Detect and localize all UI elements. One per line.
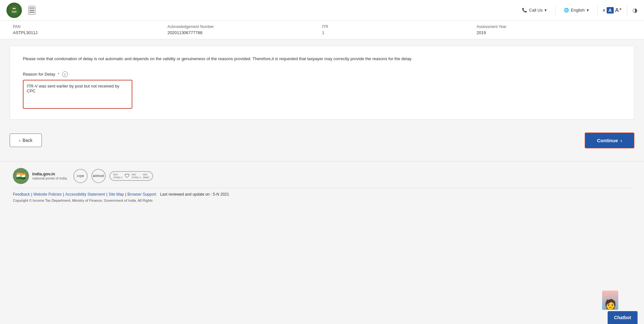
footer-gov-text: india.gov.in national portal of india [32,171,67,180]
chevron-down-icon: ▾ [545,8,547,13]
pan-label: PAN [13,24,167,29]
required-marker: * [58,72,59,77]
reason-label: Reason for Delay [23,72,55,77]
itr-label: ITR [322,24,477,29]
footer-logo: 🇮🇳 india.gov.in national portal of india [13,168,67,184]
website-policies-link[interactable]: Website Policies [33,192,62,197]
itr-value[interactable]: 1 [322,30,477,35]
nav-buttons: ‹ Back Continue › [0,126,644,155]
sitemap-link[interactable]: Site Map [109,192,124,197]
divider-2 [597,5,598,15]
pan-cell: PAN ASTPL3011J [13,24,167,35]
info-icon[interactable]: i [62,71,68,77]
font-medium-button[interactable]: A [607,7,614,14]
back-label: Back [23,138,33,143]
font-controls: A A A⁺ [603,7,622,14]
logo: 🇮🇳GOI [6,3,22,18]
header-left: 🇮🇳GOI ☰ [6,3,35,18]
reason-textarea[interactable] [23,80,132,109]
ack-cell: Acknowledgement Number 202011306777788 [167,24,322,35]
main-content: Please note that condonation of delay is… [10,46,634,120]
footer: 🇮🇳 india.gov.in national portal of india… [0,161,644,209]
globe-icon: 🌐 [564,8,569,13]
ay-label: Assessment Year [477,24,631,29]
footer-badges: CQW ∆ntrust ISO27001:1 🛡 ISO27001:1 ISOI… [73,169,153,183]
call-us-button[interactable]: 📞 Call Us ▾ [519,6,550,14]
back-button[interactable]: ‹ Back [10,134,42,147]
divider-1 [555,5,555,15]
header-right: 📞 Call Us ▾ 🌐 English ▾ A A A⁺ ◑ [519,5,638,15]
chevron-down-icon-lang: ▾ [587,8,589,13]
font-small-button[interactable]: A [603,8,605,12]
contrast-button[interactable]: ◑ [632,7,638,14]
itr-cell: ITR 1 [322,24,477,35]
back-icon: ‹ [19,138,21,143]
gov-logo-icon: 🇮🇳 [16,171,26,181]
pan-value: ASTPL3011J [13,30,167,35]
footer-top: 🇮🇳 india.gov.in national portal of india… [13,168,631,188]
divider-3 [627,5,627,15]
review-year: 2021 [221,192,229,197]
footer-gov-logo: 🇮🇳 [13,168,29,184]
feedback-link[interactable]: Feedback [13,192,30,197]
footer-links: Feedback | Website Policies | Accessibil… [13,192,631,197]
continue-icon: › [620,138,622,143]
continue-button[interactable]: Continue › [585,133,634,148]
ack-value: 202011306777788 [167,30,322,35]
phone-icon: 📞 [522,8,527,13]
copyright-text: Copyright © Income Tax Department, Minis… [13,199,631,202]
footer-bottom: Feedback | Website Policies | Accessibil… [13,192,631,202]
logo-inner: 🇮🇳GOI [12,7,17,13]
last-reviewed-text: Last reviewed and update on : 5-N [160,192,219,197]
header: 🇮🇳GOI ☰ 📞 Call Us ▾ 🌐 English ▾ A A A⁺ ◑ [0,0,644,21]
info-bar: PAN ASTPL3011J Acknowledgement Number 20… [0,21,644,39]
ay-value: 2019 [477,30,631,35]
iso-badge-1: ISO27001:1 🛡 ISO27001:1 ISOISMS [109,171,153,181]
continue-label: Continue [597,138,618,143]
ay-cell: Assessment Year 2019 [477,24,631,35]
shield-icon: 🛡 [125,173,130,179]
font-large-button[interactable]: A⁺ [615,7,622,14]
notice-text: Please note that condonation of delay is… [23,56,621,62]
footer-links-area: Feedback | Website Policies | Accessibil… [13,192,631,202]
field-label-container: Reason for Delay * i [23,71,621,77]
hamburger-button[interactable]: ☰ [28,6,35,15]
browser-support-link[interactable]: Browser Support [128,192,156,197]
language-button[interactable]: 🌐 English ▾ [561,6,592,14]
accessibility-link[interactable]: Accessibility Statement [65,192,105,197]
intrust-badge: ∆ntrust [91,169,106,183]
ack-label: Acknowledgement Number [167,24,322,29]
cqw-badge: CQW [73,169,88,183]
